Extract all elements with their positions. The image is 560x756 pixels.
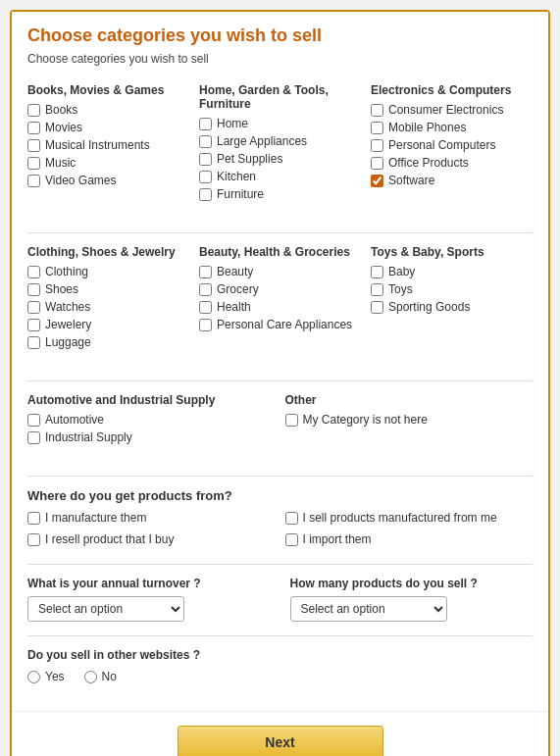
checkbox-resell[interactable]: I resell product that I buy bbox=[27, 532, 276, 546]
source-section: Where do you get products from? I manufa… bbox=[27, 488, 533, 550]
office-products-checkbox[interactable] bbox=[371, 157, 383, 170]
turnover-item: What is your annual turnover ? Select an… bbox=[27, 577, 271, 622]
checkbox-personal-computers[interactable]: Personal Computers bbox=[371, 138, 533, 152]
checkbox-clothing[interactable]: Clothing bbox=[27, 265, 189, 278]
turnover-select[interactable]: Select an option bbox=[27, 596, 184, 622]
home-group: Home, Garden & Tools, Furniture Home Lar… bbox=[199, 83, 361, 205]
jewelery-checkbox[interactable] bbox=[27, 319, 40, 331]
import-label: I import them bbox=[303, 532, 372, 546]
checkbox-luggage[interactable]: Luggage bbox=[27, 335, 189, 349]
checkbox-personal-care-appliances[interactable]: Personal Care Appliances bbox=[199, 318, 361, 331]
checkbox-import[interactable]: I import them bbox=[285, 532, 534, 546]
grocery-checkbox[interactable] bbox=[199, 283, 212, 296]
sporting-goods-checkbox[interactable] bbox=[371, 301, 383, 314]
page-title: Choose categories you wish to sell bbox=[27, 25, 533, 46]
furniture-checkbox[interactable] bbox=[199, 188, 212, 201]
jewelery-label: Jewelery bbox=[45, 318, 91, 331]
pet-supplies-checkbox[interactable] bbox=[199, 153, 212, 166]
checkbox-mobile-phones[interactable]: Mobile Phones bbox=[371, 121, 533, 134]
shoes-checkbox[interactable] bbox=[27, 283, 40, 296]
divider-5 bbox=[27, 635, 533, 636]
radio-yes[interactable]: Yes bbox=[27, 670, 65, 683]
personal-computers-label: Personal Computers bbox=[388, 138, 495, 152]
checkbox-pet-supplies[interactable]: Pet Supplies bbox=[199, 152, 361, 166]
movies-checkbox[interactable] bbox=[27, 122, 40, 134]
software-checkbox[interactable] bbox=[371, 175, 383, 187]
large-appliances-label: Large Appliances bbox=[217, 134, 307, 148]
home-header: Home, Garden & Tools, Furniture bbox=[199, 83, 361, 111]
checkbox-my-category[interactable]: My Category is not here bbox=[285, 413, 534, 427]
checkbox-shoes[interactable]: Shoes bbox=[27, 282, 189, 296]
checkbox-industrial-supply[interactable]: Industrial Supply bbox=[27, 430, 276, 444]
checkbox-baby[interactable]: Baby bbox=[371, 265, 533, 278]
resell-checkbox[interactable] bbox=[27, 533, 40, 546]
kitchen-label: Kitchen bbox=[217, 170, 256, 183]
musical-instruments-checkbox[interactable] bbox=[27, 139, 40, 152]
health-label: Health bbox=[217, 300, 251, 314]
checkbox-watches[interactable]: Watches bbox=[27, 300, 189, 314]
checkbox-musical-instruments[interactable]: Musical Instruments bbox=[27, 138, 189, 152]
my-category-checkbox[interactable] bbox=[285, 414, 298, 427]
baby-checkbox[interactable] bbox=[371, 266, 383, 278]
radio-no[interactable]: No bbox=[84, 670, 117, 683]
checkbox-home[interactable]: Home bbox=[199, 117, 361, 130]
checkbox-office-products[interactable]: Office Products bbox=[371, 156, 533, 170]
beauty-label: Beauty bbox=[217, 265, 253, 278]
checkbox-kitchen[interactable]: Kitchen bbox=[199, 170, 361, 183]
checkbox-books[interactable]: Books bbox=[27, 103, 189, 117]
kitchen-checkbox[interactable] bbox=[199, 171, 212, 183]
large-appliances-checkbox[interactable] bbox=[199, 135, 212, 148]
checkbox-automotive[interactable]: Automotive bbox=[27, 413, 276, 427]
checkbox-grocery[interactable]: Grocery bbox=[199, 282, 361, 296]
sell-manufactured-checkbox[interactable] bbox=[285, 512, 298, 525]
personal-care-appliances-checkbox[interactable] bbox=[199, 319, 212, 331]
personal-computers-checkbox[interactable] bbox=[371, 139, 383, 152]
products-select[interactable]: Select an option bbox=[290, 596, 447, 622]
health-checkbox[interactable] bbox=[199, 301, 212, 314]
checkbox-software[interactable]: Software bbox=[371, 174, 533, 187]
checkbox-jewelery[interactable]: Jewelery bbox=[27, 318, 189, 331]
checkbox-large-appliances[interactable]: Large Appliances bbox=[199, 134, 361, 148]
checkbox-health[interactable]: Health bbox=[199, 300, 361, 314]
resell-label: I resell product that I buy bbox=[45, 532, 174, 546]
checkbox-video-games[interactable]: Video Games bbox=[27, 174, 189, 187]
books-checkbox[interactable] bbox=[27, 104, 40, 117]
checkbox-movies[interactable]: Movies bbox=[27, 121, 189, 134]
automotive-group: Automotive and Industrial Supply Automot… bbox=[27, 393, 276, 448]
next-button[interactable]: Next bbox=[178, 726, 383, 756]
checkbox-beauty[interactable]: Beauty bbox=[199, 265, 361, 278]
checkbox-furniture[interactable]: Furniture bbox=[199, 187, 361, 201]
consumer-electronics-checkbox[interactable] bbox=[371, 104, 383, 117]
automotive-checkbox[interactable] bbox=[27, 414, 40, 427]
checkbox-manufacture[interactable]: I manufacture them bbox=[27, 511, 276, 525]
import-checkbox[interactable] bbox=[285, 533, 298, 546]
checkbox-consumer-electronics[interactable]: Consumer Electronics bbox=[371, 103, 533, 117]
industrial-supply-checkbox[interactable] bbox=[27, 431, 40, 444]
toys-checkbox[interactable] bbox=[371, 283, 383, 296]
office-products-label: Office Products bbox=[388, 156, 469, 170]
home-checkbox[interactable] bbox=[199, 118, 212, 130]
home-label: Home bbox=[217, 117, 248, 130]
checkbox-sporting-goods[interactable]: Sporting Goods bbox=[371, 300, 533, 314]
main-container: Choose categories you wish to sell Choos… bbox=[10, 10, 550, 756]
video-games-checkbox[interactable] bbox=[27, 175, 40, 187]
manufacture-checkbox[interactable] bbox=[27, 512, 40, 525]
music-checkbox[interactable] bbox=[27, 157, 40, 170]
personal-care-appliances-label: Personal Care Appliances bbox=[217, 318, 352, 331]
yes-radio[interactable] bbox=[27, 671, 40, 683]
divider-2 bbox=[27, 380, 533, 381]
clothing-header: Clothing, Shoes & Jewelry bbox=[27, 245, 189, 259]
mobile-phones-checkbox[interactable] bbox=[371, 122, 383, 134]
no-radio[interactable] bbox=[84, 671, 97, 683]
beauty-checkbox[interactable] bbox=[199, 266, 212, 278]
checkbox-toys[interactable]: Toys bbox=[371, 282, 533, 296]
automotive-header: Automotive and Industrial Supply bbox=[27, 393, 276, 407]
luggage-label: Luggage bbox=[45, 335, 91, 349]
clothing-checkbox[interactable] bbox=[27, 266, 40, 278]
books-group: Books, Movies & Games Books Movies Music… bbox=[27, 83, 189, 205]
checkbox-music[interactable]: Music bbox=[27, 156, 189, 170]
luggage-checkbox[interactable] bbox=[27, 336, 40, 349]
beauty-group: Beauty, Health & Groceries Beauty Grocer… bbox=[199, 245, 361, 353]
watches-checkbox[interactable] bbox=[27, 301, 40, 314]
checkbox-sell-manufactured[interactable]: I sell products manufactured from me bbox=[285, 511, 534, 525]
